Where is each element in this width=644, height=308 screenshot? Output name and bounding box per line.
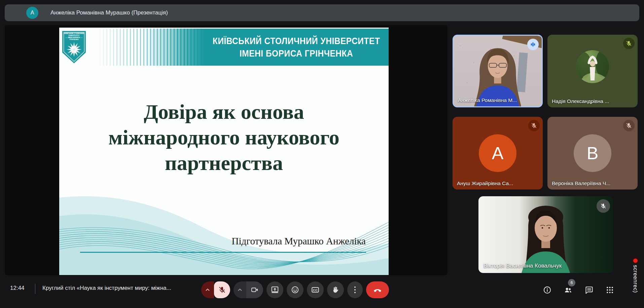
clock: 12:44 <box>10 285 25 292</box>
participant-name: Надія Олександрівна ... <box>552 98 609 104</box>
watermark-text: screenrec) <box>633 265 638 293</box>
participant-tile-veronika[interactable]: B Вероніка Валеріївна Ч... <box>547 117 638 190</box>
slide-title: Довіра як основа міжнародного наукового … <box>59 99 389 176</box>
people-icon <box>564 285 573 295</box>
profile-photo <box>576 50 609 83</box>
present-screen-icon <box>271 285 279 294</box>
mic-off-icon <box>218 286 226 294</box>
mic-off-indicator <box>597 199 610 213</box>
slide-title-line2: міжнародного наукового <box>59 125 389 150</box>
speaking-indicator <box>527 39 539 50</box>
university-logo: КИЇВСЬКИЙ СТОЛИЧНИЙ УНІВЕРСИТЕТ ІМЕНІ БО… <box>61 30 87 64</box>
captions-label: CC <box>313 288 318 292</box>
participant-name: Вероніка Валеріївна Ч... <box>552 180 610 186</box>
mic-off-icon <box>625 122 632 129</box>
chat-icon <box>584 285 594 295</box>
reactions-button[interactable] <box>287 281 303 298</box>
person-video <box>478 196 613 273</box>
recording-dot-icon <box>633 259 638 263</box>
participant-name: Анжеліка Романівна М... <box>458 97 517 103</box>
camera-icon <box>251 286 259 294</box>
presenter-title: Анжеліка Романівна Мурашко (Презентація) <box>50 9 168 16</box>
present-button[interactable] <box>266 281 283 298</box>
participants-count-badge: 6 <box>568 279 575 286</box>
slide-title-line1: Довіра як основа <box>59 99 389 125</box>
camera-button-group[interactable] <box>234 281 263 298</box>
slide-credit: Підготувала Мурашко Анжеліка <box>231 236 366 247</box>
participant-tile-viktoriia[interactable]: Вікторія Василівна Ковальчук <box>478 196 613 273</box>
chat-button[interactable] <box>584 285 594 295</box>
mic-off-indicator <box>623 120 635 131</box>
mic-off-icon <box>625 40 632 47</box>
mute-button[interactable] <box>214 281 230 298</box>
divider <box>35 284 35 294</box>
call-controls: CC <box>201 281 389 298</box>
captions-button[interactable]: CC <box>307 281 324 298</box>
activities-button[interactable] <box>605 285 614 295</box>
raise-hand-button[interactable] <box>327 281 344 298</box>
slide-title-line3: партнерства <box>59 150 389 176</box>
university-name-line2: ІМЕНІ БОРИСА ГРІНЧЕНКА <box>240 47 353 60</box>
initial-avatar: A <box>479 134 516 172</box>
presenter-avatar: A <box>26 7 38 19</box>
meeting-panel-icons: 6 <box>542 285 614 295</box>
camera-button[interactable] <box>246 281 263 298</box>
presentation-banner[interactable]: A Анжеліка Романівна Мурашко (Презентаці… <box>5 4 639 21</box>
meeting-title: Круглий стіл «Наука як інструмент миру: … <box>42 285 171 292</box>
mic-off-indicator <box>623 38 635 49</box>
participant-name: Вікторія Василівна Ковальчук <box>484 263 562 269</box>
participant-tile-nadiia[interactable]: Надія Олександрівна ... <box>547 35 638 107</box>
participant-name: Ануш Жирайрівна Са... <box>457 180 513 186</box>
end-call-button[interactable] <box>366 281 389 298</box>
grid-apps-icon <box>605 285 614 295</box>
logo-text-line2: ІМЕНІ БОРИСА ГРІНЧЕНКА <box>63 37 85 41</box>
mic-options-chevron[interactable] <box>201 281 214 298</box>
initial-avatar: B <box>574 134 611 172</box>
chevron-up-icon <box>236 286 244 294</box>
camera-options-chevron[interactable] <box>234 281 246 298</box>
meeting-details-button[interactable] <box>542 285 552 295</box>
participants-button[interactable]: 6 <box>563 285 573 295</box>
participant-tile-anush[interactable]: A Ануш Жирайрівна Са... <box>453 117 543 190</box>
credit-underline <box>80 252 366 253</box>
info-icon <box>543 285 552 295</box>
shared-slide: КИЇВСЬКИЙ СТОЛИЧНИЙ УНІВЕРСИТЕТ ІМЕНІ БО… <box>59 28 389 275</box>
chevron-up-icon <box>204 286 212 294</box>
emoji-smile-icon <box>291 285 299 294</box>
logo-text-line1: КИЇВСЬКИЙ СТОЛИЧНИЙ УНІВЕРСИТЕТ <box>63 33 85 37</box>
slide-header-band: КИЇВСЬКИЙ СТОЛИЧНИЙ УНІВЕРСИТЕТ ІМЕНІ БО… <box>59 29 389 66</box>
university-name-line1: КИЇВСЬКИЙ СТОЛИЧНИЙ УНІВЕРСИТЕТ <box>213 35 380 47</box>
vertical-dots-icon <box>354 286 356 293</box>
raised-hand-icon <box>331 285 340 294</box>
watermark-label: screenrec <box>633 265 639 291</box>
end-call-icon <box>373 285 382 295</box>
mic-off-icon <box>531 122 537 129</box>
audio-equalizer-icon <box>530 41 536 48</box>
watermark-bracket: ) <box>633 291 639 293</box>
more-options-button[interactable] <box>347 281 363 298</box>
mic-off-indicator <box>528 120 540 131</box>
participant-tile-anzhelika[interactable]: Анжеліка Романівна М... <box>453 35 543 107</box>
mic-off-icon <box>600 203 607 209</box>
mic-button-group[interactable] <box>201 281 230 298</box>
screenrec-watermark: screenrec) <box>629 256 642 302</box>
